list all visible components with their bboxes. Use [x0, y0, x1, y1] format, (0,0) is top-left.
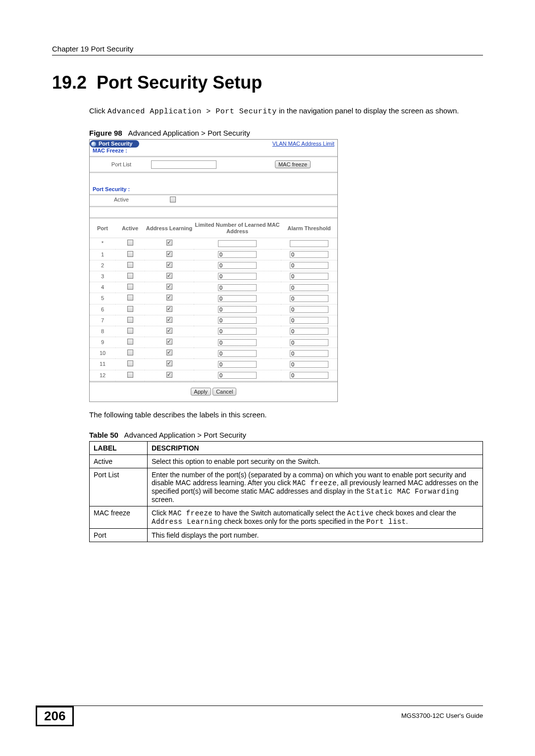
addr-learning-checkbox[interactable] [166, 273, 172, 279]
code-span: Address Learning [152, 518, 222, 526]
port-cell: 2 [90, 260, 115, 271]
alarm-cell [281, 260, 337, 271]
vlan-mac-address-limit-link[interactable]: VLAN MAC Address Limit [272, 141, 334, 147]
text-span: . [406, 517, 408, 525]
text-span: to have the Switch automatically select … [213, 509, 347, 517]
addr-learning-cell [145, 249, 194, 260]
limited-input[interactable] [218, 372, 257, 379]
figure-label: Figure 98 [89, 129, 122, 137]
col-addr-learning: Address Learning [145, 219, 194, 238]
limited-cell [194, 315, 281, 326]
alarm-cell [281, 238, 337, 249]
addr-learning-checkbox[interactable] [166, 360, 172, 366]
limited-input[interactable] [218, 251, 257, 258]
port-cell: 5 [90, 293, 115, 304]
addr-learning-checkbox[interactable] [166, 317, 172, 323]
description-table: LABEL DESCRIPTION ActiveSelect this opti… [89, 441, 483, 542]
active-checkbox[interactable] [127, 240, 133, 246]
limited-cell [194, 304, 281, 315]
global-active-checkbox[interactable] [170, 197, 176, 202]
active-checkbox[interactable] [127, 360, 133, 366]
limited-input[interactable] [218, 361, 257, 368]
limited-input[interactable] [218, 240, 257, 247]
alarm-input[interactable] [290, 284, 328, 291]
text-span: This field displays the port number. [152, 531, 259, 539]
addr-learning-checkbox[interactable] [166, 306, 172, 312]
addr-learning-checkbox[interactable] [166, 295, 172, 301]
active-cell [115, 370, 145, 381]
alarm-input[interactable] [290, 306, 328, 313]
alarm-input[interactable] [290, 361, 328, 368]
addr-learning-checkbox[interactable] [166, 350, 172, 355]
limited-input[interactable] [218, 328, 257, 335]
alarm-input[interactable] [290, 328, 328, 335]
desc-text-cell: Enter the number of the port(s) (separat… [148, 468, 483, 506]
limited-input[interactable] [218, 339, 257, 346]
addr-learning-checkbox[interactable] [166, 284, 172, 290]
addr-learning-checkbox[interactable] [166, 339, 172, 345]
port-cell: 4 [90, 282, 115, 293]
mac-freeze-heading: MAC Freeze : [90, 148, 337, 155]
active-checkbox[interactable] [127, 273, 133, 279]
port-security-heading: Port Security : [90, 186, 337, 194]
limited-input[interactable] [218, 273, 257, 280]
cancel-button[interactable]: Cancel [213, 388, 236, 396]
active-checkbox[interactable] [127, 372, 133, 378]
addr-learning-checkbox[interactable] [166, 262, 172, 268]
active-checkbox[interactable] [127, 350, 133, 355]
alarm-input[interactable] [290, 240, 328, 247]
alarm-input[interactable] [290, 262, 328, 269]
figure-caption-text: Advanced Application > Port Security [128, 129, 250, 137]
alarm-input[interactable] [290, 295, 328, 302]
limited-cell [194, 370, 281, 381]
active-cell [115, 293, 145, 304]
alarm-input[interactable] [290, 273, 328, 280]
port-cell: * [90, 238, 115, 249]
active-checkbox[interactable] [127, 262, 133, 268]
active-checkbox[interactable] [127, 284, 133, 290]
active-checkbox[interactable] [127, 317, 133, 323]
intro-pre: Click [89, 106, 107, 115]
active-checkbox[interactable] [127, 251, 133, 257]
addr-learning-cell [145, 271, 194, 282]
section-title: 19.2 Port Security Setup [52, 72, 483, 93]
port-cell: 9 [90, 337, 115, 348]
port-list-label: Port List [92, 161, 151, 168]
section-number: 19.2 [52, 72, 87, 93]
rule-bottom [36, 706, 483, 706]
alarm-cell [281, 293, 337, 304]
limited-input[interactable] [218, 317, 257, 324]
limited-input[interactable] [218, 306, 257, 313]
active-cell [115, 282, 145, 293]
rule-top [52, 55, 483, 55]
limited-input[interactable] [218, 262, 257, 269]
active-checkbox[interactable] [127, 306, 133, 312]
active-checkbox[interactable] [127, 295, 133, 301]
addr-learning-checkbox[interactable] [166, 328, 172, 334]
alarm-input[interactable] [290, 317, 328, 324]
alarm-input[interactable] [290, 372, 328, 379]
limited-input[interactable] [218, 295, 257, 302]
active-checkbox[interactable] [127, 339, 133, 345]
apply-button[interactable]: Apply [191, 388, 212, 396]
addr-learning-checkbox[interactable] [166, 251, 172, 257]
col-active: Active [115, 219, 145, 238]
limited-cell [194, 337, 281, 348]
alarm-cell [281, 337, 337, 348]
desc-text-cell: Select this option to enable port securi… [148, 455, 483, 468]
active-checkbox[interactable] [127, 328, 133, 334]
addr-learning-cell [145, 337, 194, 348]
port-list-input[interactable] [151, 160, 216, 169]
table-row: 12 [90, 370, 337, 381]
addr-learning-cell [145, 326, 194, 337]
alarm-input[interactable] [290, 350, 328, 357]
table-row: ActiveSelect this option to enable port … [90, 455, 483, 468]
post-figure-text: The following table describes the labels… [89, 410, 483, 420]
alarm-input[interactable] [290, 251, 328, 258]
alarm-input[interactable] [290, 339, 328, 346]
limited-input[interactable] [218, 350, 257, 357]
addr-learning-checkbox[interactable] [166, 240, 172, 246]
limited-input[interactable] [218, 284, 257, 291]
mac-freeze-button[interactable]: MAC freeze [275, 160, 311, 168]
addr-learning-checkbox[interactable] [166, 372, 172, 378]
